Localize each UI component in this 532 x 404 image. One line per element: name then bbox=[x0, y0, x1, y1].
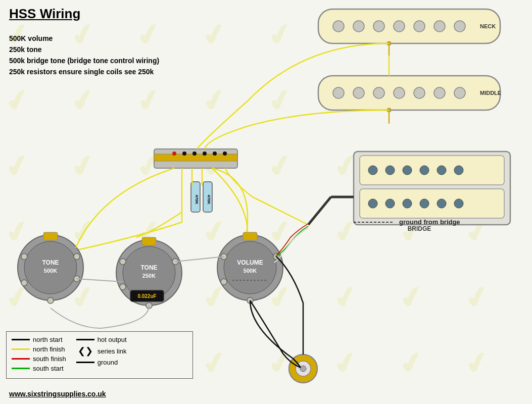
svg-point-27 bbox=[403, 166, 412, 175]
svg-text:250K: 250K bbox=[142, 273, 156, 279]
svg-point-7 bbox=[414, 21, 425, 32]
legend-north-finish: north finish bbox=[12, 345, 66, 353]
svg-point-13 bbox=[333, 87, 344, 98]
legend-series-link-label: series link bbox=[98, 347, 127, 355]
svg-line-85 bbox=[77, 279, 123, 282]
svg-point-44 bbox=[203, 152, 207, 156]
svg-rect-69 bbox=[142, 237, 156, 245]
middle-pickup: MIDDLE bbox=[318, 76, 501, 124]
svg-point-26 bbox=[385, 166, 395, 175]
svg-point-4 bbox=[353, 21, 364, 32]
svg-text:VOLUME: VOLUME bbox=[237, 259, 263, 266]
svg-point-29 bbox=[437, 166, 446, 175]
resistor-1: 470K bbox=[191, 182, 200, 212]
svg-point-17 bbox=[414, 87, 425, 98]
svg-point-46 bbox=[223, 152, 227, 156]
legend-south-start: south start bbox=[12, 365, 66, 372]
svg-rect-60 bbox=[43, 232, 58, 240]
legend-series-link: ❮❯ series link bbox=[76, 345, 127, 357]
legend-south-start-label: south start bbox=[33, 365, 64, 372]
svg-point-34 bbox=[420, 199, 429, 208]
svg-point-16 bbox=[394, 87, 405, 98]
svg-rect-12 bbox=[318, 76, 500, 110]
legend-south-finish: south finish bbox=[12, 355, 66, 363]
svg-point-43 bbox=[192, 152, 197, 156]
svg-point-35 bbox=[437, 199, 446, 208]
tone-250k-pot: TONE 250K 0.022uF bbox=[116, 237, 182, 309]
legend-ground-label: ground bbox=[98, 359, 118, 366]
svg-point-56 bbox=[74, 254, 80, 260]
legend: north start north finish south finish so… bbox=[6, 331, 193, 379]
svg-point-25 bbox=[368, 166, 377, 175]
neck-pickup: NECK bbox=[318, 9, 500, 56]
svg-text:TONE: TONE bbox=[140, 264, 157, 271]
svg-point-68 bbox=[120, 284, 126, 290]
svg-point-30 bbox=[454, 166, 463, 175]
legend-ground: ground bbox=[76, 359, 127, 366]
svg-text:500K: 500K bbox=[244, 268, 257, 274]
svg-point-18 bbox=[434, 87, 445, 98]
svg-point-9 bbox=[454, 21, 465, 32]
svg-line-38 bbox=[308, 197, 331, 225]
svg-point-6 bbox=[394, 21, 405, 32]
svg-point-3 bbox=[333, 21, 344, 32]
svg-rect-80 bbox=[243, 232, 257, 240]
svg-point-42 bbox=[182, 152, 186, 156]
legend-north-start: north start bbox=[12, 336, 66, 343]
resistor-2: 470K bbox=[203, 182, 212, 212]
legend-south-finish-label: south finish bbox=[33, 355, 66, 363]
legend-hot-output: hot output bbox=[76, 336, 127, 343]
bridge-label: BRIDGE bbox=[408, 225, 431, 232]
svg-point-5 bbox=[373, 21, 384, 32]
legend-hot-output-label: hot output bbox=[98, 336, 127, 343]
svg-point-84 bbox=[300, 366, 306, 372]
svg-point-55 bbox=[21, 254, 27, 260]
svg-point-45 bbox=[213, 152, 217, 156]
svg-point-28 bbox=[420, 166, 429, 175]
svg-text:TONE: TONE bbox=[42, 259, 59, 266]
svg-point-8 bbox=[434, 21, 445, 32]
svg-point-31 bbox=[368, 199, 377, 208]
svg-point-36 bbox=[454, 199, 463, 208]
legend-north-finish-label: north finish bbox=[33, 345, 65, 353]
svg-point-33 bbox=[403, 199, 412, 208]
tone-500k-pot: TONE 500K bbox=[18, 232, 83, 304]
ground-bridge-label: ground from bridge bbox=[399, 218, 460, 226]
volume-500k-pot: VOLUME 500K bbox=[217, 232, 283, 304]
svg-rect-23 bbox=[360, 156, 504, 185]
svg-point-41 bbox=[172, 152, 176, 156]
middle-label: MIDDLE bbox=[480, 90, 501, 96]
svg-line-86 bbox=[175, 257, 224, 262]
svg-rect-2 bbox=[318, 9, 500, 43]
svg-text:500K: 500K bbox=[44, 268, 57, 274]
svg-point-15 bbox=[373, 87, 384, 98]
svg-rect-24 bbox=[360, 189, 504, 218]
svg-point-19 bbox=[454, 87, 465, 98]
legend-north-start-label: north start bbox=[33, 336, 63, 343]
switch bbox=[154, 149, 237, 168]
svg-point-65 bbox=[120, 259, 126, 265]
svg-point-14 bbox=[353, 87, 364, 98]
svg-text:470K: 470K bbox=[195, 194, 199, 204]
svg-point-58 bbox=[21, 280, 27, 286]
neck-label: NECK bbox=[480, 23, 496, 29]
svg-point-57 bbox=[47, 297, 54, 304]
svg-text:470K: 470K bbox=[207, 194, 211, 204]
svg-text:0.022uF: 0.022uF bbox=[137, 293, 156, 299]
svg-point-79 bbox=[221, 279, 227, 285]
svg-point-32 bbox=[385, 199, 395, 208]
website-url: www.sixstringsupplies.co.uk bbox=[9, 390, 106, 398]
